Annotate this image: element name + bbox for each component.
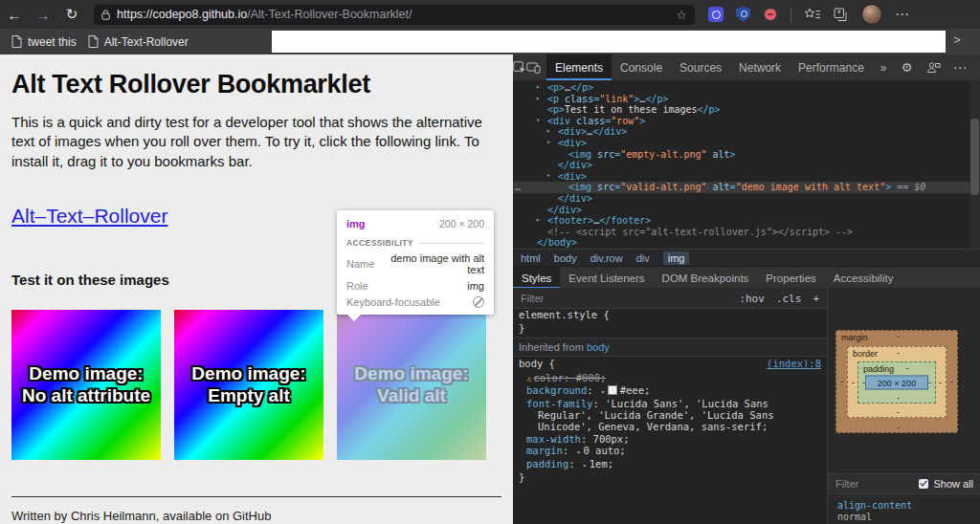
expand-arrow-icon[interactable]: ▾ — [546, 171, 550, 183]
expand-value-arrow-icon[interactable]: ▸ — [583, 461, 588, 469]
inspect-element-icon[interactable] — [513, 55, 526, 80]
dom-scrollbar-thumb[interactable] — [970, 119, 979, 195]
expand-arrow-icon[interactable]: ▸ — [536, 94, 540, 105]
dom-row-13[interactable]: ▸<footer>…</footer> — [513, 215, 980, 227]
subtab-accessibility[interactable]: Accessibility — [825, 267, 902, 289]
css-property-value: 1em; — [590, 458, 613, 469]
dom-row-15[interactable]: </body> — [513, 237, 980, 249]
browser-menu-icon[interactable]: ⋯ — [895, 6, 910, 23]
feedback-icon[interactable] — [922, 61, 947, 74]
bookmark-label: tweet this — [28, 35, 77, 49]
bookmark-label: Alt-Text-Rollover — [104, 35, 189, 49]
css-property-margin[interactable]: margin: ▸0 auto; — [513, 445, 827, 458]
dom-row-3[interactable]: <p>Test it on these images</p> — [513, 104, 980, 116]
body-rule-close: } — [513, 471, 827, 485]
styles-filter-input[interactable]: Filter — [521, 293, 727, 304]
demo-images-row: Demo image:No alt attributeDemo image:Em… — [11, 310, 501, 460]
address-bar[interactable]: https://codepo8.github.io/Alt-Text-Rollo… — [94, 5, 695, 25]
page-icon — [11, 35, 22, 48]
demo-image-2[interactable]: Demo image:Empty alt — [174, 310, 323, 460]
breadcrumb-html[interactable]: html — [521, 252, 541, 264]
extension-icon-3[interactable] — [763, 7, 778, 22]
dom-row-4[interactable]: ▾<div class="row"> — [513, 116, 980, 127]
computed-filter-input[interactable]: Filter — [835, 478, 919, 490]
dom-row-6[interactable]: ▾<div> — [513, 138, 980, 149]
devtools-tab-sources[interactable]: Sources — [671, 55, 730, 80]
tooltip-row-label: Role — [346, 280, 368, 292]
toggle--hov[interactable]: :hov — [739, 293, 765, 305]
back-icon[interactable]: ← — [0, 7, 29, 23]
expand-value-arrow-icon[interactable]: ▸ — [601, 387, 606, 396]
profile-avatar[interactable] — [861, 4, 882, 25]
element-style-selector[interactable]: element.style { — [513, 309, 827, 322]
subtab-styles[interactable]: Styles — [513, 267, 560, 289]
reload-icon[interactable]: ↻ — [57, 6, 86, 23]
page-icon — [88, 35, 99, 48]
dom-row-2[interactable]: ▸<p class="link">…</p> — [513, 94, 980, 105]
dom-row-8[interactable]: </div> — [513, 160, 980, 171]
expand-arrow-icon[interactable]: ▾ — [536, 116, 540, 127]
computed-property-name[interactable]: align-content — [837, 500, 912, 512]
more-tabs-icon[interactable]: » — [873, 55, 895, 80]
forward-icon[interactable]: → — [29, 7, 57, 23]
devtools-menu-icon[interactable]: ⋯ — [948, 59, 973, 76]
devtools-tab-performance[interactable]: Performance — [790, 55, 873, 80]
css-property-padding[interactable]: padding: ▸1em; — [513, 458, 827, 471]
box-model-diagram[interactable]: margin - - - - border - - - - padding - … — [835, 330, 958, 433]
breadcrumb-div-row[interactable]: div.row — [590, 252, 623, 264]
dom-scrollbar-track[interactable] — [969, 80, 980, 249]
breadcrumb-body[interactable]: body — [554, 252, 577, 264]
device-toolbar-icon[interactable] — [526, 55, 541, 80]
toggle--cls[interactable]: .cls — [776, 293, 802, 305]
bookmark-tweet-this[interactable]: tweet this — [11, 35, 77, 49]
devtools-close-icon[interactable]: ✕ — [975, 61, 980, 75]
inherited-body-link[interactable]: body — [587, 341, 610, 353]
tooltip-section-title: ACCESSIBILITY — [346, 238, 413, 248]
demo-image-1[interactable]: Demo image:No alt attribute — [11, 310, 161, 460]
css-property-font-family[interactable]: font-family: 'Lucida Sans', 'Lucida Sans… — [513, 398, 827, 433]
settings-gear-icon[interactable]: ⚙ — [895, 60, 920, 75]
breadcrumb-img[interactable]: img — [663, 251, 690, 265]
favorite-star-icon[interactable]: ☆ — [676, 8, 687, 22]
demo-image-3[interactable]: Demo image:Valid alt — [337, 310, 486, 460]
css-property-color[interactable]: ⚠color: #000; — [513, 372, 827, 384]
dom-row-11[interactable]: </div> — [513, 193, 980, 205]
subtab-event-listeners[interactable]: Event Listeners — [560, 267, 653, 289]
color-swatch[interactable] — [608, 385, 617, 395]
bookmark-alt-text-rollover[interactable]: Alt-Text-Rollover — [88, 35, 189, 49]
collections-icon[interactable] — [834, 8, 849, 22]
dom-row-9[interactable]: ▾<div> — [513, 171, 980, 183]
extension-icon-2[interactable] — [736, 7, 750, 22]
bookmarks-overflow-chevron[interactable]: > — [953, 33, 961, 47]
tooltip-row-name: Namedemo image with alt text — [346, 252, 484, 275]
favorites-icon[interactable] — [804, 8, 821, 21]
subtab-properties[interactable]: Properties — [757, 267, 824, 289]
show-all-checkbox[interactable]: Show all — [919, 478, 973, 490]
expand-value-arrow-icon[interactable]: ▸ — [577, 448, 582, 456]
tooltip-tag-name: img — [346, 218, 366, 229]
subtab-dom-breakpoints[interactable]: DOM Breakpoints — [654, 267, 758, 289]
devtools-tab-network[interactable]: Network — [730, 55, 790, 80]
dom-row-12[interactable]: </div> — [513, 205, 980, 216]
dom-row-10[interactable]: …<img src="valid-alt.png" alt="demo imag… — [513, 182, 980, 193]
stylesheet-source-link[interactable]: (index):8 — [767, 359, 821, 370]
devtools-tab-console[interactable]: Console — [612, 55, 671, 80]
breadcrumb-div[interactable]: div — [636, 252, 650, 264]
bookmarklet-link[interactable]: Alt–Text–Rollover — [11, 205, 167, 228]
toggle--[interactable]: + — [813, 293, 819, 305]
extension-icon-1[interactable] — [708, 7, 724, 22]
dom-row-1[interactable]: ▸<p>…</p> — [513, 82, 980, 94]
body-rule-selector[interactable]: body { — [519, 359, 555, 370]
tooltip-rows: Namedemo image with alt textRoleimgKeybo… — [346, 252, 484, 308]
devtools-tab-elements[interactable]: Elements — [546, 55, 612, 80]
dom-row-7[interactable]: <img src="empty-alt.png" alt> — [513, 149, 980, 161]
expand-arrow-icon[interactable]: ▸ — [536, 215, 540, 227]
expand-arrow-icon[interactable]: ▸ — [546, 126, 550, 138]
computed-sidebar: margin - - - - border - - - - padding - … — [827, 288, 980, 524]
expand-arrow-icon[interactable]: ▾ — [546, 138, 550, 149]
dom-row-14[interactable]: <!-- <script src="alt-text-rollover.js">… — [513, 227, 980, 238]
css-property-max-width[interactable]: max-width: 700px; — [513, 433, 827, 445]
dom-row-5[interactable]: ▸<div>…</div> — [513, 126, 980, 138]
expand-arrow-icon[interactable]: ▸ — [536, 82, 540, 94]
css-property-background[interactable]: background: ▸#eee; — [513, 384, 827, 398]
